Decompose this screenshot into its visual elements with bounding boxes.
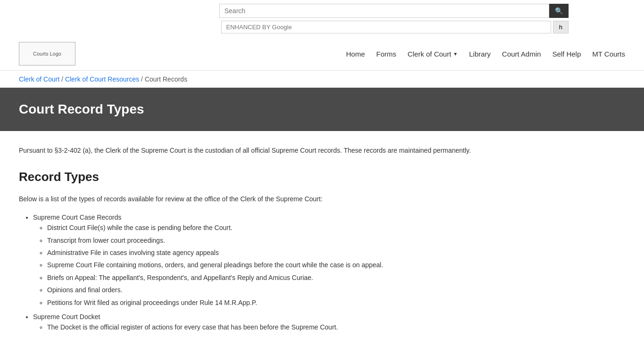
- nav-court-admin[interactable]: Court Admin: [502, 50, 541, 58]
- list-item-label: Supreme Court Docket: [33, 313, 100, 321]
- breadcrumb-sep-2: /: [141, 75, 145, 83]
- search-input[interactable]: [219, 4, 549, 18]
- list-item-label: Supreme Court Case Records: [33, 214, 122, 221]
- list-item: Opinions and final orders.: [47, 285, 547, 295]
- breadcrumb: Clerk of Court / Clerk of Court Resource…: [0, 71, 644, 88]
- header: Courts Logo Home Forms Clerk of Court ▼ …: [0, 37, 644, 71]
- google-search-input[interactable]: [221, 21, 551, 33]
- logo-area: Courts Logo: [19, 42, 75, 66]
- list-item-case-records: Supreme Court Case Records District Cour…: [33, 212, 547, 308]
- nav-clerk-label: Clerk of Court: [408, 50, 452, 58]
- list-item: District Court File(s) while the case is…: [47, 222, 547, 233]
- intro-paragraph: Pursuant to §3-2-402 (a), the Clerk of t…: [19, 145, 547, 156]
- main-record-list: Supreme Court Case Records District Cour…: [33, 212, 547, 333]
- list-item-docket: Supreme Court Docket The Docket is the o…: [33, 312, 547, 333]
- list-item: The Docket is the official register of a…: [47, 322, 547, 332]
- search-area: 🔍 h: [0, 0, 644, 37]
- google-search-row: h: [221, 21, 569, 33]
- list-item: Supreme Court File containing motions, o…: [47, 260, 547, 270]
- main-content: Pursuant to §3-2-402 (a), the Clerk of t…: [0, 136, 566, 355]
- nav-library[interactable]: Library: [469, 50, 491, 58]
- nav-clerk-of-court[interactable]: Clerk of Court ▼: [408, 50, 458, 58]
- list-item: Transcript from lower court proceedings.: [47, 235, 547, 246]
- google-search-button[interactable]: h: [553, 21, 569, 33]
- nav-forms[interactable]: Forms: [376, 50, 396, 58]
- main-search-row: 🔍: [219, 4, 569, 18]
- list-item: Briefs on Appeal: The appellant's, Respo…: [47, 272, 547, 283]
- breadcrumb-link-clerk[interactable]: Clerk of Court: [19, 75, 59, 83]
- nav-mt-courts[interactable]: MT Courts: [592, 50, 625, 58]
- sub-list-case-records: District Court File(s) while the case is…: [47, 222, 547, 308]
- nav-home[interactable]: Home: [346, 50, 365, 58]
- nav-self-help[interactable]: Self Help: [552, 50, 581, 58]
- breadcrumb-link-resources[interactable]: Clerk of Court Resources: [65, 75, 139, 83]
- chevron-down-icon: ▼: [453, 51, 458, 57]
- courts-logo: Courts Logo: [19, 42, 75, 66]
- logo-text: Courts Logo: [33, 51, 61, 57]
- search-button[interactable]: 🔍: [549, 4, 569, 18]
- page-title: Court Record Types: [19, 102, 625, 117]
- page-title-banner: Court Record Types: [0, 88, 644, 131]
- sub-list-docket: The Docket is the official register of a…: [47, 322, 547, 332]
- breadcrumb-sep-1: /: [61, 75, 65, 83]
- breadcrumb-current: Court Records: [145, 75, 187, 83]
- list-item: Administrative File in cases involving s…: [47, 247, 547, 258]
- below-intro-text: Below is a list of the types of records …: [19, 194, 547, 204]
- record-types-heading: Record Types: [19, 170, 547, 184]
- list-item: Petitions for Writ filed as original pro…: [47, 297, 547, 308]
- main-nav: Home Forms Clerk of Court ▼ Library Cour…: [346, 50, 625, 58]
